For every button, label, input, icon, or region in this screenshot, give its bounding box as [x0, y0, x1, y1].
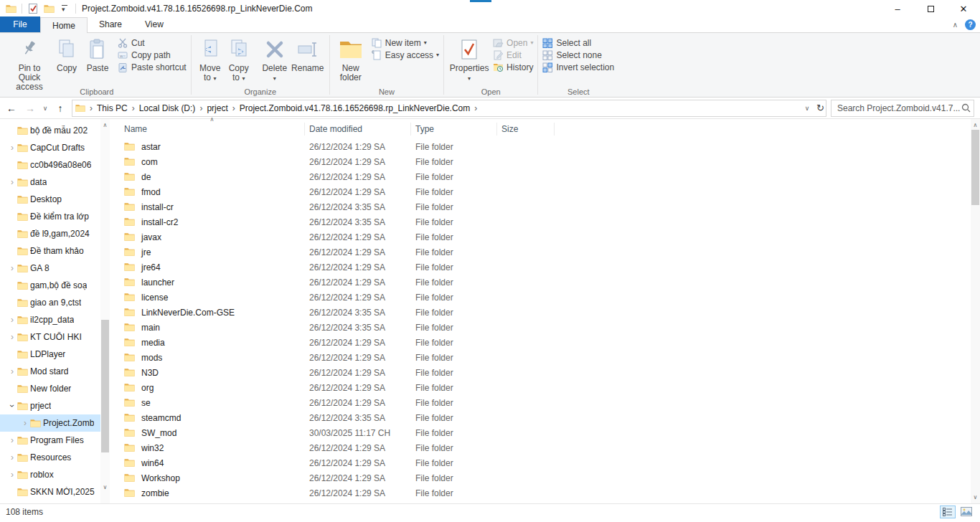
- tab-home[interactable]: Home: [40, 17, 88, 33]
- qat-customize-dropdown-icon[interactable]: ▾: [58, 2, 71, 15]
- file-row[interactable]: zombie26/12/2024 1:29 SAFile folder: [120, 485, 980, 500]
- expander-icon[interactable]: ›: [7, 263, 17, 273]
- expander-icon[interactable]: ›: [7, 435, 17, 445]
- delete-button[interactable]: Delete▾: [259, 34, 291, 85]
- file-list-scrollbar[interactable]: ∧ ∨: [971, 119, 980, 503]
- details-view-button[interactable]: [940, 506, 956, 518]
- file-row[interactable]: jre6426/12/2024 1:29 SAFile folder: [120, 260, 980, 275]
- new-item-button[interactable]: New item▾: [372, 38, 439, 48]
- file-row[interactable]: N3D26/12/2024 1:29 SAFile folder: [120, 365, 980, 380]
- crumb-separator[interactable]: ›: [198, 103, 204, 113]
- sidebar-scrollbar-thumb[interactable]: [101, 320, 109, 452]
- tree-item[interactable]: New folder: [0, 380, 110, 397]
- file-row[interactable]: jre26/12/2024 1:29 SAFile folder: [120, 245, 980, 260]
- breadcrumb-item[interactable]: Project.Zomboid.v41.78.16.16526698.rp_Li…: [237, 103, 473, 113]
- sidebar-scroll-up-icon[interactable]: ∧: [100, 122, 110, 128]
- crumb-separator[interactable]: ›: [131, 103, 136, 113]
- tree-item[interactable]: ›Program Files: [0, 432, 110, 449]
- file-row[interactable]: steamcmd26/12/2024 3:35 SAFile folder: [120, 410, 980, 425]
- select-all-button[interactable]: Select all: [542, 38, 614, 48]
- up-button[interactable]: ↑: [52, 100, 69, 116]
- file-scroll-down-icon[interactable]: ∨: [971, 494, 980, 500]
- help-icon[interactable]: ?: [965, 19, 976, 30]
- tab-view[interactable]: View: [133, 16, 175, 32]
- expander-icon[interactable]: ›: [7, 177, 17, 187]
- breadcrumb-item[interactable]: This PC: [94, 103, 131, 113]
- file-row[interactable]: main26/12/2024 3:35 SAFile folder: [120, 320, 980, 335]
- tree-item[interactable]: giao an 9,ctst: [0, 294, 110, 311]
- tree-item[interactable]: SKKN MỚI,2025: [0, 483, 110, 500]
- file-row[interactable]: Workshop26/12/2024 1:29 SAFile folder: [120, 470, 980, 485]
- tree-item[interactable]: gam,bộ đề soạ: [0, 277, 110, 294]
- file-row[interactable]: install-cr226/12/2024 3:35 SAFile folder: [120, 214, 980, 229]
- file-row[interactable]: win6426/12/2024 1:29 SAFile folder: [120, 455, 980, 470]
- expander-icon[interactable]: ›: [7, 332, 17, 342]
- file-row[interactable]: launcher26/12/2024 1:29 SAFile folder: [120, 275, 980, 290]
- file-scrollbar-thumb[interactable]: [971, 130, 979, 205]
- invert-selection-button[interactable]: Invert selection: [542, 62, 614, 72]
- crumb-separator[interactable]: ›: [473, 103, 479, 113]
- properties-button[interactable]: Properties▾: [448, 34, 490, 85]
- breadcrumb-item[interactable]: prject: [204, 103, 230, 113]
- crumb-separator[interactable]: ›: [231, 103, 237, 113]
- file-row[interactable]: se26/12/2024 1:29 SAFile folder: [120, 395, 980, 410]
- maximize-button[interactable]: [914, 0, 947, 17]
- column-header-name[interactable]: ∧ Name: [120, 123, 305, 136]
- tree-item[interactable]: ›GA 8: [0, 260, 110, 277]
- thumbnails-view-button[interactable]: [958, 506, 974, 518]
- expander-icon[interactable]: ›: [7, 401, 17, 411]
- sidebar-scroll-down-icon[interactable]: ∨: [100, 484, 110, 490]
- tree-item[interactable]: ›il2cpp_data: [0, 311, 110, 328]
- file-row[interactable]: fmod26/12/2024 1:29 SAFile folder: [120, 184, 980, 199]
- minimize-button[interactable]: –: [881, 0, 914, 17]
- tree-item[interactable]: đề l9,gam,2024: [0, 225, 110, 242]
- tab-share[interactable]: Share: [88, 16, 133, 32]
- copy-path-button[interactable]: w Copy path: [118, 50, 187, 60]
- tab-file[interactable]: File: [0, 16, 40, 32]
- forward-button[interactable]: →: [22, 100, 39, 116]
- file-row[interactable]: com26/12/2024 1:29 SAFile folder: [120, 154, 980, 169]
- rename-button[interactable]: Rename: [291, 34, 325, 75]
- tree-item[interactable]: ›roblox: [0, 466, 110, 483]
- easy-access-button[interactable]: Easy access▾: [372, 50, 439, 60]
- history-button[interactable]: History: [493, 62, 533, 72]
- move-to-button[interactable]: Move to ▾: [196, 34, 225, 85]
- refresh-icon[interactable]: ↻: [816, 103, 824, 113]
- tree-item[interactable]: Đề tham khảo: [0, 242, 110, 260]
- column-header-type[interactable]: Type: [411, 123, 497, 136]
- tree-item[interactable]: ›Mod stard: [0, 363, 110, 380]
- address-box[interactable]: › This PC›Local Disk (D:)›prject›Project…: [72, 100, 826, 117]
- address-dropdown-icon[interactable]: ∨: [802, 100, 812, 116]
- new-folder-button[interactable]: New folder: [334, 34, 367, 85]
- tree-item[interactable]: ›data: [0, 174, 110, 191]
- file-row[interactable]: install-cr26/12/2024 3:35 SAFile folder: [120, 199, 980, 214]
- search-input[interactable]: [837, 103, 961, 113]
- expander-icon[interactable]: ›: [20, 418, 30, 428]
- expander-icon[interactable]: ›: [7, 143, 17, 153]
- qat-new-folder-icon[interactable]: [42, 2, 55, 15]
- file-row[interactable]: org26/12/2024 1:29 SAFile folder: [120, 380, 980, 395]
- select-none-button[interactable]: Select none: [542, 50, 614, 60]
- back-button[interactable]: ←: [3, 100, 20, 116]
- file-row[interactable]: license26/12/2024 1:29 SAFile folder: [120, 290, 980, 305]
- sidebar-scrollbar[interactable]: ∧ ∨: [100, 119, 110, 503]
- tree-item[interactable]: ›Project.Zomb: [0, 414, 110, 432]
- file-row[interactable]: SW_mod30/03/2025 11:17 CHFile folder: [120, 425, 980, 440]
- column-header-size[interactable]: Size: [497, 123, 555, 136]
- paste-shortcut-button[interactable]: Paste shortcut: [118, 62, 187, 72]
- file-row[interactable]: mods26/12/2024 1:29 SAFile folder: [120, 350, 980, 365]
- tree-item[interactable]: ›KT CUỐI HKI: [0, 328, 110, 346]
- qat-properties-icon[interactable]: [27, 2, 39, 15]
- file-row[interactable]: media26/12/2024 1:29 SAFile folder: [120, 335, 980, 350]
- breadcrumb-item[interactable]: Local Disk (D:): [136, 103, 199, 113]
- search-box[interactable]: [831, 100, 974, 117]
- collapse-ribbon-icon[interactable]: ∧: [953, 21, 958, 29]
- paste-button[interactable]: Paste: [82, 34, 113, 75]
- tree-item[interactable]: Đề kiểm tra lớp: [0, 208, 110, 225]
- file-row[interactable]: de26/12/2024 1:29 SAFile folder: [120, 169, 980, 184]
- expander-icon[interactable]: ›: [7, 315, 17, 325]
- tree-item[interactable]: LDPlayer: [0, 346, 110, 363]
- file-scroll-up-icon[interactable]: ∧: [971, 122, 980, 128]
- tree-item[interactable]: ›Resources: [0, 449, 110, 466]
- expander-icon[interactable]: ›: [7, 470, 17, 480]
